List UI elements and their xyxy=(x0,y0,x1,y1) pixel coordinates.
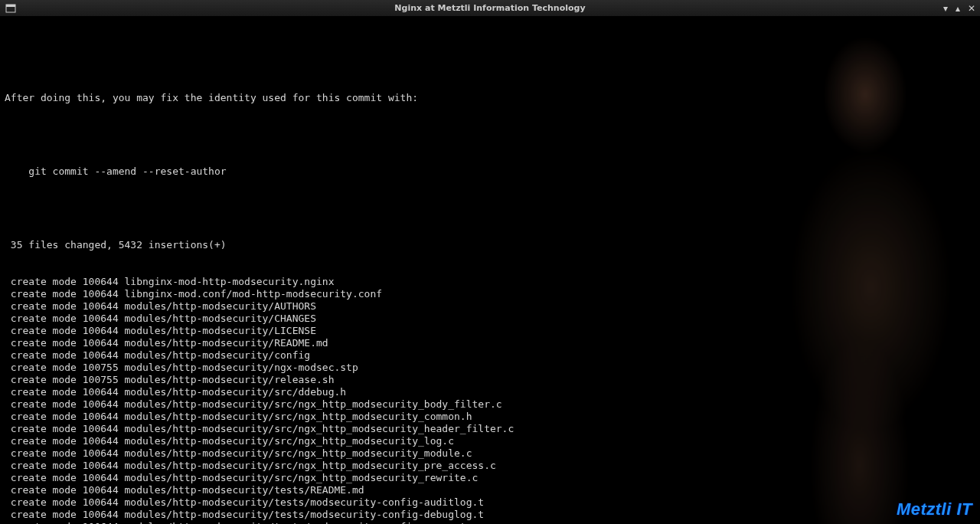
close-icon[interactable]: ✕ xyxy=(968,4,975,13)
window-title: Nginx at Metztli Information Technology xyxy=(0,3,980,13)
output-line xyxy=(5,202,975,215)
output-line: create mode 100644 modules/http-modsecur… xyxy=(5,349,975,362)
output-line: create mode 100644 libnginx-mod.conf/mod… xyxy=(5,288,975,300)
output-line: create mode 100644 modules/http-modsecur… xyxy=(5,435,975,447)
output-line: create mode 100644 modules/http-modsecur… xyxy=(5,447,975,460)
output-line: create mode 100644 modules/http-modsecur… xyxy=(5,337,975,349)
output-line: After doing this, you may fix the identi… xyxy=(5,92,975,104)
output-line: create mode 100644 libnginx-mod-http-mod… xyxy=(5,276,975,288)
output-line: create mode 100644 modules/http-modsecur… xyxy=(5,472,975,484)
output-line: create mode 100644 modules/http-modsecur… xyxy=(5,521,975,524)
terminal-content: After doing this, you may fix the identi… xyxy=(5,67,975,524)
output-line: 35 files changed, 5432 insertions(+) xyxy=(5,239,975,251)
terminal[interactable]: After doing this, you may fix the identi… xyxy=(0,17,980,524)
maximize-icon[interactable]: ▴ xyxy=(956,4,960,13)
output-line: create mode 100644 modules/http-modsecur… xyxy=(5,496,975,509)
app-menu-icon[interactable] xyxy=(5,3,17,14)
output-line: create mode 100644 modules/http-modsecur… xyxy=(5,386,975,398)
output-line: create mode 100644 modules/http-modsecur… xyxy=(5,313,975,325)
output-line: create mode 100644 modules/http-modsecur… xyxy=(5,509,975,521)
minimize-icon[interactable]: ▾ xyxy=(943,4,948,13)
svg-rect-1 xyxy=(6,5,15,7)
output-line: create mode 100644 modules/http-modsecur… xyxy=(5,423,975,435)
output-line: create mode 100644 modules/http-modsecur… xyxy=(5,398,975,411)
output-line: create mode 100644 modules/http-modsecur… xyxy=(5,411,975,423)
output-line: create mode 100755 modules/http-modsecur… xyxy=(5,374,975,386)
titlebar: Nginx at Metztli Information Technology … xyxy=(0,0,980,17)
output-line: create mode 100644 modules/http-modsecur… xyxy=(5,325,975,337)
output-line xyxy=(5,129,975,141)
output-line: git commit --amend --reset-author xyxy=(5,165,975,178)
output-line: create mode 100644 modules/http-modsecur… xyxy=(5,484,975,496)
output-line: create mode 100644 modules/http-modsecur… xyxy=(5,300,975,313)
output-line: create mode 100755 modules/http-modsecur… xyxy=(5,362,975,374)
output-line: create mode 100644 modules/http-modsecur… xyxy=(5,460,975,472)
